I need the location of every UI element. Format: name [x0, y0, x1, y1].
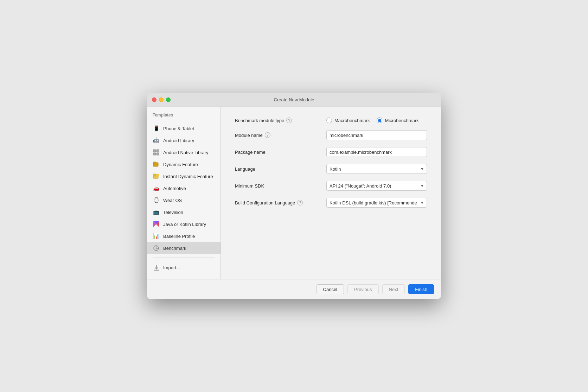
module-name-row: Module name ? [235, 130, 427, 140]
benchmark-module-type-help-icon[interactable]: ? [286, 118, 292, 123]
sidebar-item-label: Benchmark [163, 246, 186, 251]
svg-rect-5 [153, 162, 156, 163]
microbenchmark-option[interactable]: Microbenchmark [377, 118, 418, 123]
sidebar-item-instant-dynamic-feature[interactable]: ⚡ Instant Dynamic Feature [147, 170, 220, 182]
svg-rect-3 [156, 153, 159, 155]
language-select[interactable]: Kotlin Java [326, 164, 427, 174]
dynamic-feature-icon [153, 161, 160, 168]
language-row: Language Kotlin Java ▼ [235, 164, 427, 174]
sidebar: Templates 📱 Phone & Tablet 🤖 Android Lib… [147, 107, 221, 279]
build-config-select[interactable]: Kotlin DSL (build.gradle.kts) [Recommend… [326, 198, 427, 208]
traffic-lights [152, 97, 171, 102]
package-name-field [326, 147, 427, 157]
benchmark-module-type-label: Benchmark module type ? [235, 118, 326, 123]
package-name-row: Package name [235, 147, 427, 157]
package-name-label: Package name [235, 150, 326, 155]
sidebar-item-baseline-profile[interactable]: 📊 Baseline Profile [147, 230, 220, 242]
android-native-library-icon [153, 149, 160, 156]
cancel-button[interactable]: Cancel [317, 284, 344, 294]
sidebar-item-kotlin-library[interactable]: Java or Kotlin Library [147, 218, 220, 230]
sidebar-item-android-library[interactable]: 🤖 Android Library [147, 134, 220, 146]
sidebar-item-label: Android Native Library [163, 150, 209, 155]
sidebar-item-phone-tablet[interactable]: 📱 Phone & Tablet [147, 122, 220, 134]
sidebar-item-label: Dynamic Feature [163, 162, 198, 167]
sidebar-item-label: Java or Kotlin Library [163, 222, 206, 227]
television-icon: 📺 [153, 209, 160, 216]
finish-button[interactable]: Finish [408, 284, 434, 294]
macrobenchmark-option[interactable]: Macrobenchmark [326, 118, 370, 123]
macrobenchmark-label: Macrobenchmark [334, 118, 370, 123]
minimize-button[interactable] [159, 97, 164, 102]
build-config-field: Kotlin DSL (build.gradle.kts) [Recommend… [326, 198, 427, 208]
svg-rect-2 [153, 153, 156, 155]
import-label: Import... [163, 265, 180, 270]
sidebar-divider [153, 258, 215, 258]
sidebar-item-android-native-library[interactable]: Android Native Library [147, 146, 220, 158]
android-library-icon: 🤖 [153, 137, 160, 144]
microbenchmark-radio-inner [378, 119, 381, 122]
sidebar-item-label: Android Library [163, 138, 194, 143]
main-content: Benchmark module type ? Macrobenchmark M… [221, 107, 441, 279]
automotive-icon: 🚗 [153, 185, 160, 192]
svg-rect-1 [156, 150, 159, 152]
dialog-body: Templates 📱 Phone & Tablet 🤖 Android Lib… [147, 107, 441, 279]
svg-rect-7 [153, 174, 156, 175]
instant-dynamic-feature-icon: ⚡ [153, 173, 160, 180]
language-field: Kotlin Java ▼ [326, 164, 427, 174]
module-name-field [326, 130, 427, 140]
sidebar-item-label: Instant Dynamic Feature [163, 174, 213, 179]
sidebar-item-dynamic-feature[interactable]: Dynamic Feature [147, 158, 220, 170]
sidebar-item-label: Baseline Profile [163, 234, 195, 239]
baseline-profile-icon: 📊 [153, 233, 160, 240]
svg-text:⚡: ⚡ [157, 173, 159, 176]
sidebar-section-title: Templates [147, 113, 220, 122]
build-config-row: Build Configuration Language ? Kotlin DS… [235, 198, 427, 208]
maximize-button[interactable] [166, 97, 171, 102]
svg-point-13 [156, 248, 157, 249]
sidebar-item-label: Automotive [163, 186, 186, 191]
module-name-label: Module name ? [235, 132, 326, 138]
wear-os-icon: ⌚ [153, 197, 160, 204]
module-name-help-icon[interactable]: ? [265, 132, 270, 138]
language-label: Language [235, 166, 326, 172]
previous-button[interactable]: Previous [347, 284, 379, 294]
sidebar-item-label: Television [163, 210, 183, 215]
sidebar-item-label: Wear OS [163, 198, 182, 203]
import-icon [153, 264, 160, 271]
minimum-sdk-label: Minimum SDK [235, 183, 326, 189]
package-name-input[interactable] [326, 147, 427, 157]
benchmark-icon [153, 245, 160, 252]
minimum-sdk-field: API 24 ("Nougat"; Android 7.0) API 21 ("… [326, 181, 427, 191]
sidebar-item-automotive[interactable]: 🚗 Automotive [147, 182, 220, 194]
minimum-sdk-select[interactable]: API 24 ("Nougat"; Android 7.0) API 21 ("… [326, 181, 427, 191]
dialog-footer: Cancel Previous Next Finish [147, 279, 441, 299]
module-name-input[interactable] [326, 130, 427, 140]
microbenchmark-label: Microbenchmark [385, 118, 418, 123]
phone-tablet-icon: 📱 [153, 125, 160, 132]
benchmark-module-type-row: Benchmark module type ? Macrobenchmark M… [235, 118, 427, 123]
kotlin-library-icon [153, 221, 160, 228]
title-bar: Create New Module [147, 93, 441, 107]
build-config-help-icon[interactable]: ? [297, 200, 303, 206]
dialog-title: Create New Module [274, 97, 314, 102]
sidebar-item-label: Phone & Tablet [163, 126, 194, 131]
next-button[interactable]: Next [382, 284, 405, 294]
close-button[interactable] [152, 97, 156, 102]
sidebar-item-import[interactable]: Import... [147, 261, 220, 273]
sidebar-item-wear-os[interactable]: ⌚ Wear OS [147, 194, 220, 206]
sidebar-item-benchmark[interactable]: Benchmark [147, 242, 220, 254]
benchmark-module-type-field: Macrobenchmark Microbenchmark [326, 118, 427, 123]
build-config-label: Build Configuration Language ? [235, 200, 326, 206]
microbenchmark-radio[interactable] [377, 118, 382, 123]
macrobenchmark-radio[interactable] [326, 118, 332, 123]
minimum-sdk-row: Minimum SDK API 24 ("Nougat"; Android 7.… [235, 181, 427, 191]
svg-rect-0 [153, 150, 156, 152]
create-new-module-dialog: Create New Module Templates 📱 Phone & Ta… [147, 93, 441, 299]
sidebar-item-television[interactable]: 📺 Television [147, 206, 220, 218]
